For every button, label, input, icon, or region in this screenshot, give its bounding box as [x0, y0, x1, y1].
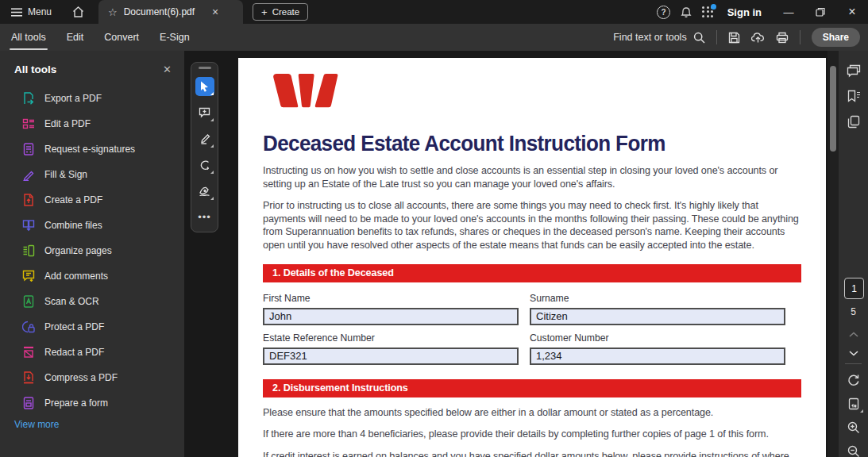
tool-item-label: Prepare a form — [44, 397, 108, 409]
zoom-in-button[interactable] — [839, 417, 868, 438]
toolbar-right: Find text or tools — [613, 28, 868, 47]
tool-item-fill-sign[interactable]: Fill & Sign — [0, 162, 184, 187]
tool-item-add-comments[interactable]: Add comments — [0, 263, 184, 289]
more-tools-button[interactable]: ••• — [195, 208, 214, 227]
divider — [716, 30, 717, 44]
zoom-out-button[interactable] — [839, 441, 868, 457]
tool-item-edit-pdf[interactable]: Edit a PDF — [0, 111, 184, 136]
tool-item-combine-files[interactable]: Combine files — [0, 213, 184, 238]
page-scale-button[interactable] — [839, 394, 868, 414]
tab-all-tools[interactable]: All tools — [11, 24, 46, 51]
cloud-upload-icon — [751, 32, 765, 44]
document-title: Deceased Estate Account Instruction Form — [263, 131, 801, 156]
westpac-logo — [263, 74, 801, 109]
caret — [210, 197, 214, 200]
apps-button[interactable] — [697, 0, 719, 24]
save-button[interactable] — [728, 32, 740, 44]
add-comment-tool-button[interactable] — [195, 103, 214, 122]
restore-button[interactable] — [804, 0, 836, 24]
view-more-link[interactable]: View more — [14, 419, 59, 430]
tool-item-protect-pdf[interactable]: Protect a PDF — [0, 314, 184, 340]
tool-item-compress-pdf[interactable]: Compress a PDF — [0, 365, 184, 390]
toolbar-tabs: All tools Edit Convert E-Sign — [0, 24, 190, 51]
add-comment-icon — [199, 107, 210, 118]
tab-close-icon[interactable]: × — [212, 6, 218, 17]
highlight-pen-icon — [199, 133, 210, 144]
field-customer-number: Customer Number — [530, 325, 785, 365]
tool-item-label: Protect a PDF — [44, 321, 104, 332]
tool-item-scan-ocr[interactable]: Scan & OCR — [0, 289, 184, 314]
highlight-tool-button[interactable] — [195, 129, 214, 148]
close-button[interactable]: × — [836, 0, 868, 24]
tool-item-label: Compress a PDF — [44, 372, 118, 383]
scrollbar-thumb[interactable] — [830, 66, 836, 152]
tool-item-label: Combine files — [44, 220, 102, 231]
home-button[interactable] — [63, 0, 94, 24]
field-estate-reference-number: Estate Reference Number — [263, 325, 519, 365]
print-button[interactable] — [776, 32, 789, 44]
hamburger-icon — [11, 8, 22, 17]
lasso-tool-button[interactable] — [195, 156, 214, 175]
bookmarks-panel-button[interactable] — [839, 86, 868, 106]
panel-header: All tools ✕ — [0, 51, 184, 75]
field-label: Surname — [530, 293, 785, 304]
pages-panel-button[interactable] — [839, 111, 868, 132]
panel-close-icon[interactable]: ✕ — [163, 63, 172, 75]
share-button[interactable]: Share — [812, 28, 860, 47]
intro-paragraph-1: Instructing us on how you wish to settle… — [263, 164, 801, 190]
tool-item-create-pdf[interactable]: Create a PDF — [0, 187, 184, 213]
tool-item-export-pdf[interactable]: Export a PDF — [0, 86, 184, 111]
pages-panel-icon — [847, 115, 860, 129]
lasso-icon — [199, 160, 210, 171]
help-button[interactable]: ? — [653, 0, 675, 24]
sign-tool-button[interactable] — [195, 182, 214, 201]
notifications-button[interactable] — [675, 0, 697, 24]
field-label: Estate Reference Number — [263, 332, 519, 344]
previous-page-button[interactable] — [839, 324, 868, 344]
refresh-icon — [847, 374, 860, 386]
tab-esign[interactable]: E-Sign — [160, 24, 190, 51]
refresh-button[interactable] — [839, 370, 868, 390]
all-tools-panel: All tools ✕ Export a PDF Edit a PDF Re — [0, 51, 184, 457]
select-tool-button[interactable] — [195, 77, 214, 96]
tool-item-request-esignatures[interactable]: Request e-signatures — [0, 136, 184, 162]
minimize-button[interactable]: — — [773, 0, 804, 24]
section-2-paragraph-2: If there are more than 4 beneficiaries, … — [263, 428, 801, 441]
caret — [860, 409, 863, 413]
sign-in-button[interactable]: Sign in — [727, 6, 762, 18]
find-tools-button[interactable]: Find text or tools — [613, 32, 704, 44]
menu-button[interactable]: Menu — [0, 0, 63, 24]
document-tab[interactable]: ☆ Document(6).pdf × — [98, 0, 243, 24]
next-page-button[interactable] — [839, 343, 868, 363]
estate-reference-input[interactable] — [263, 348, 519, 365]
tool-item-label: Request e-signatures — [44, 144, 135, 155]
page-scale-icon — [848, 397, 859, 410]
first-name-input[interactable] — [263, 308, 519, 325]
star-icon[interactable]: ☆ — [108, 6, 118, 18]
share-file-button[interactable] — [751, 32, 765, 44]
tool-item-label: Redact a PDF — [44, 347, 104, 358]
minimize-icon: — — [784, 6, 794, 18]
customer-number-input[interactable] — [530, 348, 785, 365]
tool-item-prepare-form[interactable]: Prepare a form — [0, 390, 184, 416]
bookmarks-panel-icon — [847, 90, 860, 102]
combine-files-icon — [22, 219, 35, 232]
tab-convert[interactable]: Convert — [104, 24, 139, 51]
current-page-input[interactable]: 1 — [844, 278, 864, 299]
tool-item-redact-pdf[interactable]: Redact a PDF — [0, 340, 184, 365]
acrobat-window: Menu ☆ Document(6).pdf × + Create ? — [0, 0, 868, 457]
comments-panel-button[interactable] — [839, 60, 868, 81]
tool-item-organize-pages[interactable]: Organize pages — [0, 238, 184, 263]
field-surname: Surname — [530, 286, 785, 325]
notification-dot — [711, 4, 716, 10]
drag-handle[interactable] — [199, 67, 211, 69]
restore-icon — [816, 7, 825, 17]
surname-input[interactable] — [530, 308, 785, 325]
tab-edit[interactable]: Edit — [67, 24, 84, 51]
create-button[interactable]: + Create — [253, 3, 308, 21]
vertical-scrollbar[interactable] — [827, 51, 839, 457]
total-pages-label: 5 — [839, 306, 868, 317]
export-pdf-icon — [22, 92, 35, 105]
tool-list: Export a PDF Edit a PDF Request e-signat… — [0, 86, 184, 416]
comments-panel-icon — [847, 64, 861, 78]
